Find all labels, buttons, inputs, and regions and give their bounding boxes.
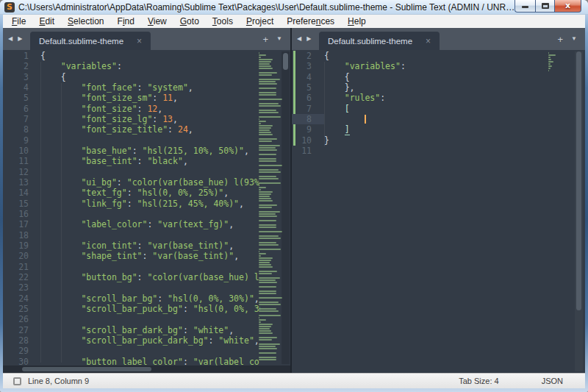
- code-line[interactable]: 12: [3, 167, 260, 177]
- minimize-button[interactable]: [514, 0, 535, 13]
- code-line[interactable]: 18: [3, 230, 260, 240]
- minimap-left[interactable]: [259, 52, 283, 363]
- line-number: 20: [3, 251, 29, 261]
- close-button[interactable]: x: [555, 0, 581, 13]
- code-line[interactable]: 29: [3, 346, 260, 356]
- menu-item-selection[interactable]: Selection: [61, 15, 110, 27]
- code-line[interactable]: 3 "variables":: [292, 61, 575, 71]
- tab-close-icon[interactable]: ×: [137, 37, 142, 46]
- code-line[interactable]: 3 {: [3, 72, 260, 82]
- code-line[interactable]: 21: [3, 262, 260, 272]
- code-line[interactable]: 28 "scroll_bar_puck_dark_bg": "white",: [3, 335, 260, 346]
- vertical-scrollbar-puck[interactable]: [576, 51, 581, 310]
- code-line[interactable]: 22 "button_bg": "color(var(base_hue) l(9…: [3, 272, 260, 282]
- title-bar[interactable]: S C:\Users\Administrator\AppData\Roaming…: [0, 0, 588, 15]
- menu-item-view[interactable]: View: [141, 15, 173, 27]
- code-line[interactable]: 25 "scroll_bar_puck_bg": "hsl(0, 0%, 30%…: [3, 304, 260, 314]
- code-line[interactable]: 10}: [292, 135, 575, 146]
- code-line[interactable]: 9: [3, 135, 260, 146]
- line-number: 6: [292, 93, 312, 103]
- code-line[interactable]: 11: [292, 146, 575, 156]
- line-number: 3: [3, 72, 29, 82]
- tab-size-indicator[interactable]: Tab Size: 4: [459, 377, 498, 385]
- code-line[interactable]: 19 "icon_tint": "var(base_tint)",: [3, 240, 260, 251]
- menu-item-file[interactable]: File: [5, 15, 32, 27]
- code-line[interactable]: 16: [3, 209, 260, 219]
- syntax-indicator[interactable]: JSON: [542, 377, 563, 385]
- menu-item-find[interactable]: Find: [111, 15, 141, 27]
- tab-close-icon[interactable]: ×: [426, 37, 431, 46]
- code-text: [: [312, 104, 575, 114]
- vertical-scrollbar-right[interactable]: [575, 51, 583, 371]
- minimap-right[interactable]: [548, 52, 575, 96]
- line-number: 13: [3, 177, 29, 188]
- editor-left[interactable]: 1{2 "variables":3 {4 "font_face": "syste…: [3, 50, 290, 373]
- code-line[interactable]: 4 "font_face": "system",: [3, 82, 260, 93]
- nav-back-icon[interactable]: ◀: [297, 36, 301, 42]
- code-line[interactable]: 1{: [3, 51, 260, 61]
- line-number: 9: [3, 135, 29, 146]
- editor-right[interactable]: 2{3 "variables":4 {5 },6 "rules":7 [8 9 …: [292, 50, 585, 373]
- nav-forward-icon[interactable]: ▶: [306, 36, 311, 42]
- code-text: "font_face": "system",: [29, 82, 260, 93]
- code-text: [29, 346, 260, 356]
- code-line[interactable]: 27 "scroll_bar_dark_bg": "white",: [3, 325, 260, 335]
- code-line[interactable]: 11 "base_tint": "black",: [3, 156, 260, 166]
- nav-forward-icon[interactable]: ▶: [18, 36, 22, 42]
- editor-pane-right: ◀ ▶ Default.sublime-theme × + ▼ 2{3 "var…: [292, 28, 585, 373]
- vertical-scrollbar-left[interactable]: [282, 51, 290, 364]
- menu-item-tools[interactable]: Tools: [206, 15, 240, 27]
- code-text: [29, 262, 260, 272]
- code-line[interactable]: 8: [292, 114, 575, 124]
- maximize-button[interactable]: [535, 0, 555, 13]
- code-line[interactable]: 7 "font_size_lg": 13,: [3, 114, 260, 124]
- line-number: 2: [292, 51, 312, 61]
- line-number: 17: [3, 219, 29, 229]
- menu-item-goto[interactable]: Goto: [173, 15, 206, 27]
- code-line[interactable]: 2 "variables":: [3, 61, 260, 71]
- code-text: {: [29, 72, 260, 82]
- code-line[interactable]: 9 ]: [292, 124, 575, 135]
- line-number: 1: [3, 51, 29, 61]
- code-text: [29, 167, 260, 177]
- tab-default-sublime-theme[interactable]: Default.sublime-theme ×: [319, 32, 440, 50]
- tab-overflow-icon[interactable]: ▼: [571, 36, 577, 42]
- code-line[interactable]: 2{: [292, 51, 575, 61]
- vertical-scrollbar-puck[interactable]: [283, 53, 288, 70]
- code-line[interactable]: 23: [3, 282, 260, 293]
- code-line[interactable]: 13 "ui_bg": "color(var(base_hue) l(93%))…: [3, 177, 260, 188]
- code-line[interactable]: 26: [3, 314, 260, 324]
- code-line[interactable]: 6 "font_size": 12,: [3, 104, 260, 114]
- code-line[interactable]: 4 {: [292, 72, 575, 82]
- code-lines-right: 2{3 "variables":4 {5 },6 "rules":7 [8 9 …: [292, 51, 575, 156]
- code-line[interactable]: 24 "scroll_bar_bg": "hsl(0, 0%, 30%)",: [3, 293, 260, 304]
- vintage-mode-icon[interactable]: [13, 377, 21, 385]
- new-tab-icon[interactable]: +: [557, 35, 563, 44]
- code-text: "scroll_bar_puck_dark_bg": "white",: [29, 335, 260, 346]
- nav-back-icon[interactable]: ◀: [8, 36, 12, 42]
- horizontal-scrollbar-left[interactable]: [3, 366, 290, 373]
- menu-item-edit[interactable]: Edit: [32, 15, 61, 27]
- line-number: 28: [3, 335, 29, 346]
- editor-workspace: ◀ ▶ Default.sublime-theme × + ▼ 1{2 "var…: [3, 28, 585, 373]
- menu-item-preferences[interactable]: Preferences: [280, 15, 341, 27]
- new-tab-icon[interactable]: +: [262, 35, 268, 44]
- tab-title: Default.sublime-theme: [39, 37, 123, 46]
- code-line[interactable]: 17 "label_color": "var(text_fg)",: [3, 219, 260, 229]
- horizontal-scrollbar-puck[interactable]: [22, 367, 151, 371]
- code-line[interactable]: 8 "font_size_title": 24,: [3, 124, 260, 135]
- code-line[interactable]: 5 },: [292, 82, 575, 93]
- code-line[interactable]: 5 "font_size_sm": 11,: [3, 93, 260, 103]
- code-line[interactable]: 7 [: [292, 104, 575, 114]
- code-line[interactable]: 6 "rules":: [292, 93, 575, 103]
- line-number: 21: [3, 262, 29, 272]
- code-line[interactable]: 10 "base_hue": "hsl(215, 10%, 50%)",: [3, 146, 260, 156]
- maximize-icon: [542, 3, 549, 9]
- tab-overflow-icon[interactable]: ▼: [276, 36, 282, 42]
- tab-default-sublime-theme[interactable]: Default.sublime-theme ×: [30, 32, 151, 50]
- code-line[interactable]: 20 "shape_tint": "var(base_tint)",: [3, 251, 260, 261]
- code-line[interactable]: 15 "link_fg": "hsl(215, 45%, 40%)",: [3, 199, 260, 209]
- menu-item-project[interactable]: Project: [240, 15, 280, 27]
- menu-item-help[interactable]: Help: [341, 15, 373, 27]
- code-line[interactable]: 14 "text_fg": "hsl(0, 0%, 25%)",: [3, 188, 260, 198]
